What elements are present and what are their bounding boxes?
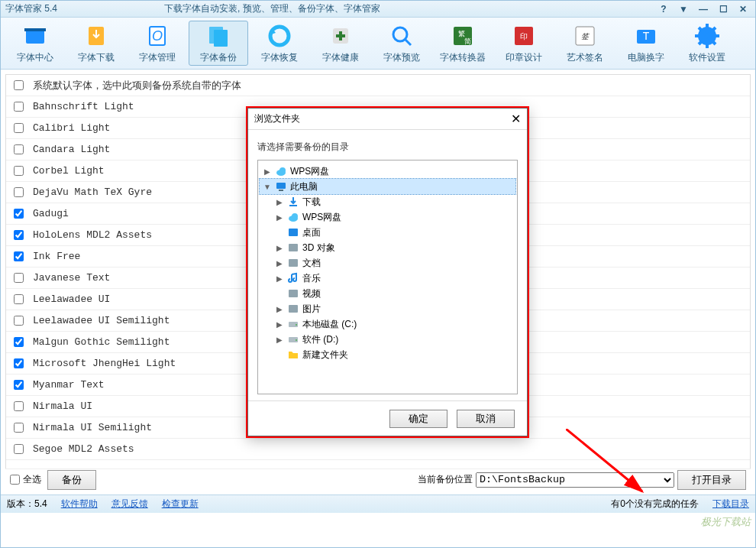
font-name: Nirmala UI bbox=[33, 400, 92, 412]
pic-icon bbox=[287, 303, 299, 315]
open-dir-button[interactable]: 打开目录 bbox=[677, 470, 746, 490]
close-icon[interactable]: ✕ bbox=[735, 3, 751, 15]
sign-icon: 签 bbox=[571, 22, 599, 50]
tree-node[interactable]: ▶软件 (D:) bbox=[260, 332, 515, 347]
svg-rect-35 bbox=[289, 259, 298, 267]
dialog-titlebar: 浏览文件夹 ✕ bbox=[248, 109, 527, 130]
expand-icon[interactable]: ▶ bbox=[275, 198, 284, 206]
tree-node[interactable]: 新建文件夹 bbox=[260, 347, 515, 362]
svg-rect-28 bbox=[276, 183, 286, 189]
font-name: Calibri Light bbox=[33, 122, 110, 134]
minimize-icon[interactable]: — bbox=[696, 3, 711, 15]
dialog-close-icon[interactable]: ✕ bbox=[511, 112, 521, 126]
font-checkbox[interactable] bbox=[14, 444, 24, 454]
font-checkbox[interactable] bbox=[14, 102, 24, 112]
font-checkbox[interactable] bbox=[14, 230, 24, 240]
dialog-title: 浏览文件夹 bbox=[254, 112, 300, 125]
expand-icon[interactable]: ▶ bbox=[275, 244, 284, 252]
tree-label: 音乐 bbox=[302, 272, 321, 285]
svg-point-41 bbox=[296, 339, 297, 341]
tree-node[interactable]: ▼此电脑 bbox=[260, 179, 515, 194]
tool-download[interactable]: 字体下载 bbox=[66, 21, 126, 66]
font-checkbox[interactable] bbox=[14, 251, 24, 261]
font-checkbox[interactable] bbox=[14, 187, 24, 197]
tool-swap[interactable]: T电脑换字 bbox=[616, 21, 676, 66]
tree-node[interactable]: ▶音乐 bbox=[260, 271, 515, 286]
backup-button[interactable]: 备份 bbox=[47, 470, 96, 490]
font-checkbox[interactable] bbox=[14, 144, 24, 154]
font-checkbox[interactable] bbox=[14, 273, 24, 283]
tool-preview[interactable]: 字体预览 bbox=[372, 21, 431, 66]
restore-icon bbox=[266, 22, 293, 50]
cancel-button[interactable]: 取消 bbox=[457, 410, 515, 428]
tree-node[interactable]: ▶下载 bbox=[260, 194, 515, 209]
svg-text:T: T bbox=[643, 30, 650, 42]
expand-icon[interactable]: ▶ bbox=[275, 259, 284, 268]
svg-line-10 bbox=[405, 39, 411, 45]
expand-icon[interactable]: ▶ bbox=[275, 336, 284, 344]
expand-icon[interactable]: ▶ bbox=[275, 320, 284, 329]
version-label: 版本：5.4 bbox=[7, 498, 47, 511]
tree-node[interactable]: ▶本地磁盘 (C:) bbox=[260, 316, 515, 332]
dialog-message: 请选择需要备份的目录 bbox=[248, 130, 527, 160]
tool-backup[interactable]: 字体备份 bbox=[189, 21, 248, 66]
ok-button[interactable]: 确定 bbox=[389, 410, 447, 428]
font-name: Microsoft JhengHei Light bbox=[33, 358, 176, 369]
expand-icon[interactable]: ▼ bbox=[263, 183, 272, 191]
tree-node[interactable]: ▶图片 bbox=[260, 301, 515, 316]
font-checkbox[interactable] bbox=[14, 401, 24, 411]
download-dir-link[interactable]: 下载目录 bbox=[712, 498, 749, 511]
select-all-input[interactable] bbox=[10, 475, 20, 485]
font-row[interactable]: 系统默认字体，选中此项则备份系统自带的字体 bbox=[6, 75, 750, 96]
help-link[interactable]: 软件帮助 bbox=[61, 498, 98, 511]
swap-icon: T bbox=[632, 22, 660, 50]
tool-health[interactable]: 字体健康 bbox=[311, 21, 370, 66]
update-link[interactable]: 检查更新 bbox=[162, 498, 199, 511]
tool-manage[interactable]: O字体管理 bbox=[128, 21, 187, 66]
tree-node[interactable]: 视频 bbox=[260, 286, 515, 301]
font-checkbox[interactable] bbox=[14, 358, 24, 368]
maximize-icon[interactable]: ☐ bbox=[716, 3, 731, 15]
3d-icon bbox=[287, 242, 299, 254]
tree-node[interactable]: ▶WPS网盘 bbox=[260, 209, 515, 225]
help-icon[interactable]: ? bbox=[656, 3, 671, 15]
feedback-link[interactable]: 意见反馈 bbox=[111, 498, 148, 511]
tree-label: 桌面 bbox=[302, 226, 321, 239]
font-name: Malgun Gothic Semilight bbox=[33, 336, 170, 348]
font-checkbox[interactable] bbox=[14, 123, 24, 133]
tool-label: 字体中心 bbox=[17, 51, 53, 64]
tool-restore[interactable]: 字体恢复 bbox=[250, 21, 309, 66]
expand-icon[interactable]: ▶ bbox=[263, 167, 272, 176]
font-checkbox[interactable] bbox=[14, 316, 24, 326]
app-subtitle: 下载字体自动安装, 预览、管理、备份字体、字体管家 bbox=[164, 2, 380, 15]
dropdown-icon[interactable]: ▼ bbox=[676, 3, 691, 15]
tree-node[interactable]: 桌面 bbox=[260, 225, 515, 240]
tree-node[interactable]: ▶3D 对象 bbox=[260, 240, 515, 255]
font-checkbox[interactable] bbox=[14, 209, 24, 219]
music-icon bbox=[287, 272, 299, 284]
tree-node[interactable]: ▶文档 bbox=[260, 255, 515, 271]
font-checkbox[interactable] bbox=[14, 337, 24, 347]
tree-label: WPS网盘 bbox=[290, 165, 329, 178]
doc-icon bbox=[287, 257, 299, 269]
tool-label: 字体备份 bbox=[200, 51, 237, 64]
font-name: DejaVu Math TeX Gyre bbox=[33, 186, 152, 198]
folder-tree[interactable]: ▶WPS网盘▼此电脑▶下载▶WPS网盘桌面▶3D 对象▶文档▶音乐视频▶图片▶本… bbox=[257, 160, 518, 394]
tool-sign[interactable]: 签艺术签名 bbox=[555, 21, 615, 66]
font-checkbox[interactable] bbox=[14, 294, 24, 304]
tool-settings[interactable]: 软件设置 bbox=[677, 21, 737, 66]
expand-icon[interactable]: ▶ bbox=[275, 305, 284, 313]
tool-seal[interactable]: 印印章设计 bbox=[494, 21, 554, 66]
expand-icon[interactable]: ▶ bbox=[275, 213, 284, 222]
select-all-checkbox[interactable]: 全选 bbox=[10, 473, 41, 486]
location-select[interactable]: D:\FontsBackup bbox=[476, 472, 674, 488]
font-checkbox[interactable] bbox=[14, 423, 24, 433]
tool-convert[interactable]: 繁简字体转换器 bbox=[433, 21, 493, 66]
font-checkbox[interactable] bbox=[14, 380, 24, 390]
font-row[interactable]: Segoe MDL2 Assets bbox=[6, 439, 750, 460]
font-checkbox[interactable] bbox=[14, 166, 24, 176]
tool-center[interactable]: 字体中心 bbox=[5, 21, 65, 66]
expand-icon[interactable]: ▶ bbox=[275, 274, 284, 283]
tree-node[interactable]: ▶WPS网盘 bbox=[260, 164, 515, 179]
font-checkbox[interactable] bbox=[14, 80, 24, 90]
